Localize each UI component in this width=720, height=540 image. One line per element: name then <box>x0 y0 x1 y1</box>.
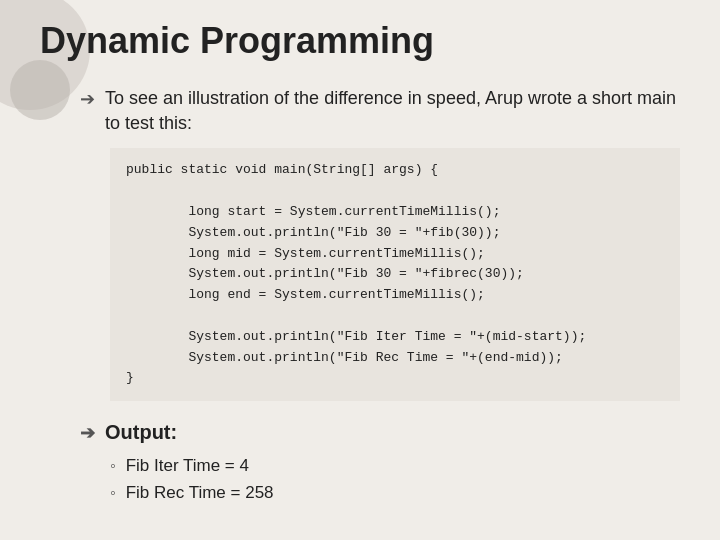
illustration-section: ➔ To see an illustration of the differen… <box>80 86 680 401</box>
bullet-item-illustration: ➔ To see an illustration of the differen… <box>80 86 680 136</box>
output-section: ➔ Output: Fib Iter Time = 4 Fib Rec Time… <box>80 421 680 506</box>
output-item-1: Fib Rec Time = 258 <box>110 479 680 506</box>
bullet-arrow-icon: ➔ <box>80 88 95 110</box>
output-title-container: ➔ Output: <box>80 421 680 444</box>
illustration-text: To see an illustration of the difference… <box>105 86 680 136</box>
output-title-text: Output: <box>105 421 177 444</box>
main-content: Dynamic Programming ➔ To see an illustra… <box>0 0 720 527</box>
output-arrow-icon: ➔ <box>80 422 95 444</box>
code-block: public static void main(String[] args) {… <box>110 148 680 401</box>
output-item-0: Fib Iter Time = 4 <box>110 452 680 479</box>
output-list: Fib Iter Time = 4 Fib Rec Time = 258 <box>110 452 680 506</box>
page-title: Dynamic Programming <box>40 20 680 62</box>
